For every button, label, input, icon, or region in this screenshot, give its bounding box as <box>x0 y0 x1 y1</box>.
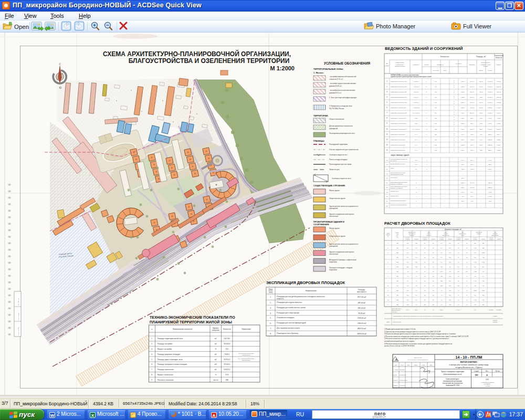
svg-text:33 443,0: 33 443,0 <box>224 343 230 345</box>
svg-text:возраста: возраста <box>277 298 284 300</box>
svg-text:0.7 м2/чел: 0.7 м2/чел <box>405 239 410 240</box>
svg-text:1.: 1. <box>151 338 153 340</box>
svg-text:6195.2: 6195.2 <box>470 134 474 135</box>
svg-text:14874,00 м2: 14874,00 м2 <box>357 333 366 335</box>
svg-text:чел./га: чел./га <box>213 379 218 381</box>
svg-text:г. Москва: г. Москва <box>485 385 490 387</box>
svg-text:Процент застройки: Процент застройки <box>158 348 172 350</box>
svg-text:46: 46 <box>453 103 454 104</box>
svg-text:Листов: Листов <box>495 370 500 372</box>
svg-text:Жилой дом 5-ти секционный: Жилой дом 5-ти секционный <box>391 86 407 87</box>
svg-text:учреждений: учреждений <box>329 245 338 247</box>
svg-text:2 946: 2 946 <box>406 309 410 310</box>
svg-text:5) Расчетное количество спорти: 5) Расчетное количество спортивных и физ… <box>384 338 449 340</box>
svg-text:Изм.: Изм. <box>395 364 397 365</box>
svg-text:Ю: Ю <box>59 87 62 89</box>
svg-text:1346: 1346 <box>440 271 444 272</box>
svg-text:№: № <box>386 63 388 65</box>
svg-text:8107.00: 8107.00 <box>470 97 474 98</box>
svg-text:1361.6: 1361.6 <box>479 112 483 113</box>
svg-text:расчета 19 м.м. в 100 чел. по: расчета 19 м.м. в 100 чел. по (РСН ГЭП-9… <box>384 345 415 347</box>
svg-text:Взам. инв. №: Взам. инв. № <box>18 327 19 335</box>
svg-text:Дворовые площадки, м2: Дворовые площадки, м2 <box>445 228 461 230</box>
svg-text:Жилой дом 5-ти секционный: Жилой дом 5-ти секционный <box>391 97 407 98</box>
svg-text:719.0: 719.0 <box>480 134 483 135</box>
svg-text:Соколов: Соколов <box>400 369 405 371</box>
svg-text:165: 165 <box>435 144 437 146</box>
svg-text:Full Viewer: Full Viewer <box>463 23 492 29</box>
svg-text:268: 268 <box>226 379 228 381</box>
svg-text:Подп.: Подп. <box>422 364 425 365</box>
svg-text:ЭКСПЛИКАЦИЯ ДВОРОВЫХ ПЛОЩАДОК: ЭКСПЛИКАЦИЯ ДВОРОВЫХ ПЛОЩАДОК <box>266 280 345 285</box>
svg-text:Лист: Лист <box>407 364 410 365</box>
svg-text:26 500,0: 26 500,0 <box>224 363 230 365</box>
svg-text:1-Б-/2-10: 1-Б-/2-10 <box>414 97 419 98</box>
svg-text:46: 46 <box>453 81 454 82</box>
svg-text:Photo Manager: Photo Manager <box>376 23 416 29</box>
svg-text:2. Зона транспортной инфрастру: 2. Зона транспортной инфраструктуры <box>329 97 356 99</box>
svg-text:33935.5: 33935.5 <box>488 107 492 108</box>
svg-text:по адресу Московская обл., г П: по адресу Московская обл., г Подольск <box>456 366 483 369</box>
svg-text:Москвичев: Москвичев <box>400 374 406 376</box>
svg-text:м2: м2 <box>215 369 217 371</box>
svg-text:1-Б-/2-10: 1-Б-/2-10 <box>414 81 419 82</box>
svg-text:1752.9: 1752.9 <box>461 123 465 124</box>
svg-text:120: 120 <box>435 134 437 135</box>
svg-text:2381.5: 2381.5 <box>461 102 465 103</box>
svg-text:46: 46 <box>453 113 454 114</box>
svg-text:м3: м3 <box>215 363 217 365</box>
svg-text:138 м/м: 138 м/м <box>493 316 497 317</box>
svg-text:Наименование показателя: Наименование показателя <box>173 328 193 330</box>
svg-text:Москвичи»: Москвичи» <box>484 383 491 385</box>
svg-text:Лист: Лист <box>486 370 489 372</box>
svg-text:30485.90: 30485.90 <box>488 97 493 98</box>
svg-text:Линии отступа: Линии отступа <box>329 169 340 171</box>
svg-text:7.153.0: 7.153.0 <box>488 192 492 193</box>
svg-text:Пешеходная зона (бульвар): Пешеходная зона (бульвар) <box>277 332 298 334</box>
svg-text:Планируемой территории: Планируемой территории <box>329 143 348 145</box>
svg-text:Жилой дом 4-х секционный: Жилой дом 4-х секционный <box>391 107 406 108</box>
svg-text:(43м): (43м) <box>474 271 477 272</box>
svg-text:Жилой дом 5-ти секционный: Жилой дом 5-ти секционный <box>391 81 407 82</box>
svg-text:6195.2: 6195.2 <box>470 139 474 140</box>
svg-text:%: % <box>215 348 216 350</box>
svg-text:В т.ч. площадки для парковки: В т.ч. площадки для парковки <box>238 358 255 359</box>
svg-text:Площадь озеленения: Площадь озеленения <box>158 369 174 371</box>
svg-text:30485.90: 30485.90 <box>488 81 493 82</box>
svg-text:717.39: 717.39 <box>479 86 483 87</box>
svg-text:вместимость: вместимость <box>357 291 366 293</box>
svg-text:отдыха: отдыха <box>427 233 432 234</box>
svg-text:в проекте: в проекте <box>465 238 469 239</box>
svg-text:Проф.: Проф. <box>393 374 397 376</box>
svg-text:23 912,0: 23 912,0 <box>224 359 230 361</box>
svg-text:(7 м): (7 м) <box>474 261 477 262</box>
svg-text:46: 46 <box>453 90 454 91</box>
svg-text:Этажей: Этажей <box>424 64 429 65</box>
svg-text:2391.5: 2391.5 <box>497 129 501 130</box>
svg-text:Проектируемые красные линии: Проектируемые красные линии <box>329 163 352 165</box>
svg-text:4.: 4. <box>270 312 271 314</box>
svg-text:4862,50 м2: 4862,50 м2 <box>358 328 366 330</box>
svg-text:Площадки для игр детей дошколь: Площадки для игр детей дошкольного и мла… <box>277 296 325 298</box>
svg-text:0.7 м2/чел: 0.7 м2/чел <box>456 239 460 240</box>
svg-text:(74м): (74м) <box>482 261 485 262</box>
svg-text:Санитарно-защитных зон: Санитарно-защитных зон <box>329 154 348 156</box>
svg-text:Торговый центр: Торговый центр <box>391 195 399 196</box>
svg-text:покрытием: покрытием <box>329 261 337 263</box>
svg-text:46: 46 <box>453 97 454 98</box>
svg-text:Площадки для занятия физкульту: Площадки для занятия физкультурой <box>277 322 306 324</box>
svg-text:165: 165 <box>435 150 437 151</box>
svg-text:8107.00: 8107.00 <box>470 86 474 87</box>
svg-text:352.8: 352.8 <box>461 169 465 170</box>
svg-text:46: 46 <box>453 111 454 112</box>
svg-text:автотранспорта: автотранспорта <box>242 354 251 355</box>
svg-text:ОБЩЕСТВЕННЫЕ ЗДАНИЯ: ОБЩЕСТВЕННЫЕ ЗДАНИЯ <box>391 154 409 156</box>
svg-text:Здание: Здание <box>497 64 501 65</box>
svg-text:Жилой дом 3-х секционный: Жилой дом 3-х секционный <box>391 118 406 119</box>
svg-text:213.5: 213.5 <box>461 177 465 178</box>
svg-text:2716.98: 2716.98 <box>497 97 501 98</box>
svg-text:0.7 м2/чел: 0.7 м2/чел <box>473 239 477 240</box>
svg-text:718.2: 718.2 <box>480 150 483 151</box>
svg-text:170: 170 <box>435 86 437 88</box>
svg-text:6113.9: 6113.9 <box>461 129 465 130</box>
